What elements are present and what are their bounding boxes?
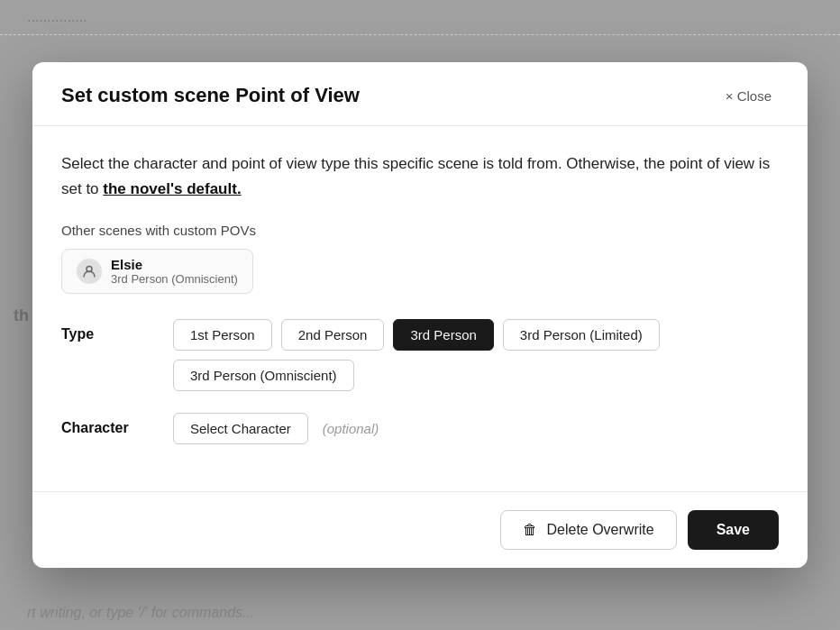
type-btn-1st-person[interactable]: 1st Person [173,319,272,351]
other-scenes-label: Other scenes with custom POVs [61,223,779,238]
pov-chip-type: 3rd Person (Omniscient) [111,272,238,286]
type-btn-3rd-person-limited[interactable]: 3rd Person (Limited) [503,319,660,351]
pov-chip: Elsie 3rd Person (Omniscient) [61,249,253,294]
type-btn-3rd-person[interactable]: 3rd Person [393,319,493,351]
optional-text: (optional) [323,421,379,436]
description-text: Select the character and point of view t… [61,151,779,200]
modal-dialog: Set custom scene Point of View × Close S… [32,62,808,567]
modal-footer: 🗑 Delete Overwrite Save [32,491,808,568]
character-row: Select Character (optional) [173,413,379,444]
background-top-text: ............... [0,0,840,35]
trash-icon: 🗑 [523,522,537,538]
delete-overwrite-button[interactable]: 🗑 Delete Overwrite [500,510,676,550]
save-button[interactable]: Save [688,510,779,550]
type-buttons-group: 1st Person2nd Person3rd Person3rd Person… [173,319,779,391]
default-link[interactable]: the novel's default. [103,180,241,197]
modal-title: Set custom scene Point of View [61,84,360,107]
type-label: Type [61,319,151,342]
character-label: Character [61,413,151,436]
pov-chip-name: Elsie [111,257,238,272]
modal-header: Set custom scene Point of View × Close [32,62,808,126]
modal-body: Select the character and point of view t… [32,126,808,490]
character-avatar-icon [77,259,102,284]
close-button[interactable]: × Close [718,85,779,107]
background-bottom-text: rt writing, or type '/' for commands... [0,596,840,630]
character-field-row: Character Select Character (optional) [61,413,779,444]
select-character-button[interactable]: Select Character [173,413,308,444]
type-field-row: Type 1st Person2nd Person3rd Person3rd P… [61,319,779,391]
type-btn-2nd-person[interactable]: 2nd Person [281,319,385,351]
pov-chip-text: Elsie 3rd Person (Omniscient) [111,257,238,286]
delete-overwrite-label: Delete Overwrite [546,522,653,538]
type-btn-3rd-person-omniscient[interactable]: 3rd Person (Omniscient) [173,360,354,391]
